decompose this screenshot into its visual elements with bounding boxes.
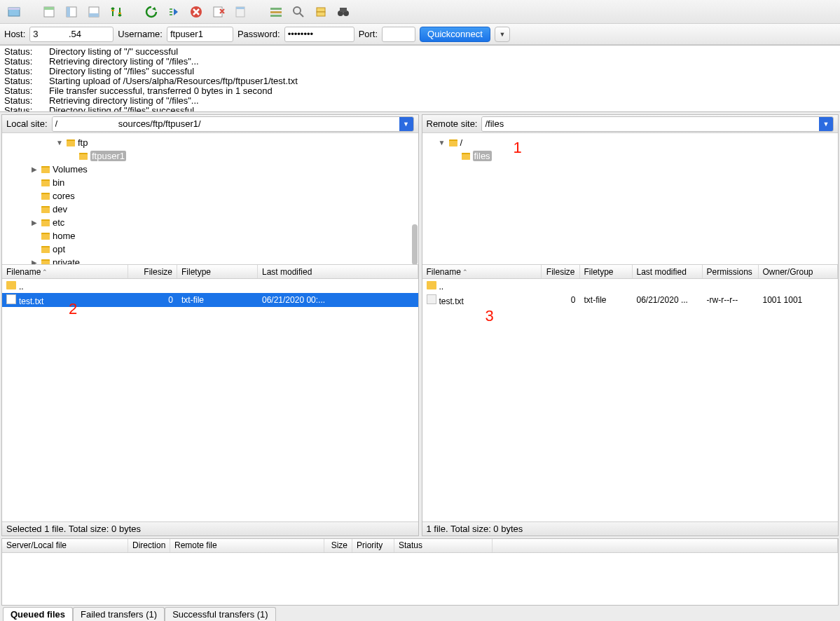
- folder-icon: [41, 233, 50, 240]
- bottom-tabs: Queued files Failed transfers (1) Succes…: [0, 606, 840, 621]
- svg-rect-1: [8, 8, 20, 10]
- server-icon[interactable]: [311, 2, 331, 22]
- folder-icon: [6, 281, 16, 289]
- svg-rect-3: [44, 7, 54, 10]
- tree-item[interactable]: ftpuser1: [4, 149, 417, 163]
- clear-icon[interactable]: [231, 2, 251, 22]
- svg-rect-20: [340, 8, 347, 12]
- toggle-tree-icon[interactable]: [62, 2, 81, 22]
- tree-item[interactable]: cores: [4, 189, 417, 203]
- host-input[interactable]: [29, 27, 113, 42]
- tab-success[interactable]: Successful transfers (1): [165, 607, 276, 621]
- disclosure-icon[interactable]: ▼: [438, 139, 446, 146]
- svg-rect-13: [270, 11, 282, 13]
- quickconnect-bar: Host: Username: Password: Port: Quickcon…: [0, 24, 840, 45]
- tree-item[interactable]: ▶etc: [4, 216, 417, 229]
- local-file-list[interactable]: ..test.txt0txt-file06/21/2020 00:...2: [2, 279, 418, 521]
- filter-icon[interactable]: [266, 2, 286, 22]
- port-input[interactable]: [382, 27, 415, 42]
- disclosure-icon[interactable]: ▶: [30, 165, 39, 173]
- queue-body[interactable]: [2, 553, 838, 605]
- svg-point-15: [294, 7, 301, 14]
- folder-icon: [41, 219, 50, 226]
- local-list-header[interactable]: Filename ⌃ Filesize Filetype Last modifi…: [2, 265, 418, 279]
- svg-rect-16: [317, 8, 325, 12]
- process-queue-icon[interactable]: [164, 2, 184, 22]
- local-tree[interactable]: ▼ftpftpuser1▶Volumesbincoresdev▶etchomeo…: [2, 133, 418, 265]
- folder-icon: [41, 246, 50, 253]
- folder-icon: [41, 193, 50, 200]
- file-row[interactable]: test.txt0txt-file06/21/2020 00:...: [2, 293, 418, 307]
- file-row[interactable]: test.txt0txt-file06/21/2020 ...-rw-r--r-…: [422, 293, 839, 307]
- disclosure-icon[interactable]: ▶: [30, 259, 39, 265]
- svg-rect-7: [89, 13, 99, 17]
- local-site-input[interactable]: [53, 117, 399, 131]
- tab-queued[interactable]: Queued files: [3, 607, 73, 621]
- remote-pane: Remote site: ▼ 1 ▼/files Filename ⌃ File…: [422, 114, 839, 536]
- folder-icon: [41, 179, 50, 186]
- svg-rect-11: [236, 7, 245, 9]
- tree-item[interactable]: opt: [4, 243, 417, 256]
- port-label: Port:: [359, 29, 378, 39]
- folder-icon: [79, 153, 88, 160]
- remote-site-label: Remote site:: [427, 118, 478, 129]
- main-toolbar: [0, 0, 840, 24]
- sort-caret-icon: ⌃: [462, 268, 468, 275]
- site-manager-icon[interactable]: [4, 2, 24, 22]
- remote-site-input[interactable]: [482, 117, 819, 131]
- toggle-queue-icon[interactable]: [84, 2, 104, 22]
- message-log[interactable]: Status:Directory listing of "/" successf…: [0, 45, 840, 112]
- svg-rect-17: [317, 12, 325, 16]
- tree-item[interactable]: ▶private: [4, 256, 417, 265]
- quickconnect-button[interactable]: Quickconnect: [420, 27, 490, 42]
- folder-icon: [449, 139, 457, 146]
- local-site-label: Local site:: [6, 118, 48, 129]
- tree-item[interactable]: bin: [4, 176, 417, 189]
- local-tree-scrollbar[interactable]: [412, 224, 418, 265]
- remote-list-header[interactable]: Filename ⌃ Filesize Filetype Last modifi…: [422, 265, 839, 279]
- tree-item[interactable]: ▼/: [424, 136, 837, 149]
- remote-tree[interactable]: 1 ▼/files: [422, 133, 839, 265]
- file-row[interactable]: ..: [2, 279, 418, 293]
- folder-icon: [462, 153, 470, 160]
- transfer-queue: Server/Local file Direction Remote file …: [1, 538, 839, 606]
- svg-rect-12: [270, 8, 282, 10]
- compare-icon[interactable]: [106, 2, 126, 22]
- search-icon[interactable]: [289, 2, 308, 22]
- password-input[interactable]: [284, 27, 354, 42]
- host-label: Host:: [4, 29, 25, 39]
- svg-rect-5: [67, 7, 70, 17]
- toggle-log-icon[interactable]: [39, 2, 59, 22]
- refresh-icon[interactable]: [142, 2, 161, 22]
- disclosure-icon[interactable]: ▶: [30, 219, 39, 226]
- annotation-3: 3: [486, 307, 494, 325]
- tree-item[interactable]: ▼ftp: [4, 136, 417, 149]
- file-row[interactable]: ..: [422, 279, 839, 293]
- folder-icon: [41, 259, 50, 266]
- cancel-icon[interactable]: [186, 2, 206, 22]
- quickconnect-dropdown[interactable]: ▼: [495, 27, 510, 42]
- binoculars-icon[interactable]: [333, 2, 353, 22]
- local-site-dropdown[interactable]: ▼: [399, 117, 413, 131]
- local-status: Selected 1 file. Total size: 0 bytes: [2, 521, 418, 535]
- disconnect-icon[interactable]: [209, 2, 228, 22]
- password-label: Password:: [237, 29, 280, 39]
- tab-failed[interactable]: Failed transfers (1): [73, 607, 165, 621]
- username-label: Username:: [118, 29, 163, 39]
- sort-caret-icon: ⌃: [42, 268, 48, 275]
- tree-item[interactable]: home: [4, 229, 417, 243]
- username-input[interactable]: [167, 27, 233, 42]
- remote-file-list[interactable]: ..test.txt0txt-file06/21/2020 ...-rw-r--…: [422, 279, 839, 521]
- tree-item[interactable]: dev: [4, 203, 417, 216]
- file-icon: [427, 294, 436, 304]
- remote-site-dropdown[interactable]: ▼: [819, 117, 833, 131]
- folder-icon: [427, 281, 436, 289]
- svg-rect-14: [270, 15, 282, 17]
- local-pane: Local site: ▼ ▼ftpftpuser1▶Volumesbincor…: [1, 114, 419, 536]
- file-icon: [6, 294, 16, 304]
- queue-header[interactable]: Server/Local file Direction Remote file …: [2, 539, 838, 553]
- tree-item[interactable]: files: [424, 149, 837, 163]
- tree-item[interactable]: ▶Volumes: [4, 163, 417, 176]
- disclosure-icon[interactable]: ▼: [55, 139, 64, 146]
- folder-icon: [41, 166, 50, 173]
